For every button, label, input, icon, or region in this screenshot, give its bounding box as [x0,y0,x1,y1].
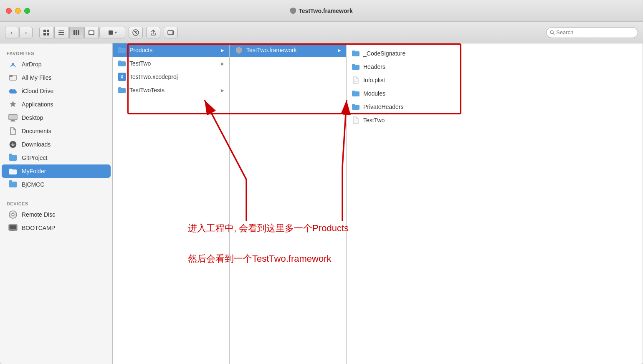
sidebar-item-airdrop[interactable]: AirDrop [2,58,111,71]
col-item-testtwo-file[interactable]: TestTwo [347,114,643,127]
plist-icon [352,76,360,84]
maximize-button[interactable] [24,8,30,14]
svg-rect-7 [73,30,75,35]
share-button[interactable] [146,27,160,38]
favorites-section-title: Favorites [0,48,112,58]
svg-line-17 [553,33,554,34]
svg-rect-0 [43,30,46,32]
forward-button[interactable]: › [19,27,33,38]
sidebar-item-downloads[interactable]: Downloads [2,138,111,151]
xcodeproj-label: TestTwo.xcodeproj [129,73,224,80]
privateheaders-label: PrivateHeaders [363,104,638,110]
col-item-xcodeproj[interactable]: X TestTwo.xcodeproj [113,70,229,83]
column-2: TestTwo.framework ▶ [230,43,347,364]
col-item-modules[interactable]: Modules [347,87,643,100]
sidebar-item-desktop[interactable]: Desktop [2,111,111,124]
svg-rect-28 [10,225,16,229]
search-input[interactable] [556,29,634,35]
desktop-icon [8,113,18,122]
col-item-testtwo[interactable]: TestTwo ▶ [113,57,229,70]
products-arrow: ▶ [221,48,224,53]
close-button[interactable] [6,8,12,14]
sidebar-item-bjcmcc[interactable]: BjCMCC [2,178,111,191]
headers-label: Headers [363,63,638,70]
svg-rect-1 [47,30,49,32]
icloud-label: iCloud Drive [22,88,53,94]
gitproject-folder-icon [8,153,18,162]
svg-rect-29 [11,230,15,231]
svg-rect-22 [11,120,15,121]
applications-label: Applications [22,101,53,108]
devices-section-title: Devices [0,198,112,208]
view-icon-button[interactable] [39,27,53,38]
search-icon [550,30,554,35]
view-column-button[interactable] [69,27,84,38]
column-1: Products ▶ TestTwo ▶ X [113,43,230,364]
modules-label: Modules [363,90,638,97]
detail-items: _CodeSignature Headers [347,43,643,130]
main-area: Favorites AirDrop [0,43,643,364]
svg-rect-15 [173,30,174,35]
myfolder-label: MyFolder [22,168,46,174]
myfolder-folder-icon [8,167,18,176]
title-bar: TestTwo.framework [0,0,643,22]
testtwo-arrow: ▶ [221,61,224,66]
sidebar-item-applications[interactable]: Applications [2,98,111,111]
sidebar-item-documents[interactable]: Documents [2,124,111,138]
sidebar-item-bootcamp[interactable]: BOOTCAMP [2,221,111,235]
svg-rect-30 [354,80,357,80]
desktop-label: Desktop [22,114,43,121]
col-item-products[interactable]: Products ▶ [113,43,229,57]
col-item-codesignature[interactable]: _CodeSignature [347,47,643,60]
testtwotests-label: TestTwoTests [129,87,218,94]
framework-label: TestTwo.framework [246,47,334,53]
sidebar-item-allmyfiles[interactable]: All My Files [2,71,111,84]
sidebar-item-myfolder[interactable]: MyFolder [2,164,111,178]
testtwo-label: TestTwo [129,60,218,67]
tag-button[interactable] [164,27,178,38]
documents-icon [8,126,18,136]
col-item-privateheaders[interactable]: PrivateHeaders [347,100,643,114]
search-box[interactable] [546,27,638,38]
svg-rect-21 [9,114,17,120]
testtwo-file-label: TestTwo [363,117,638,124]
svg-rect-5 [58,32,64,33]
documents-label: Documents [22,128,51,134]
infoplist-label: Info.plist [363,77,638,83]
col-item-headers[interactable]: Headers [347,60,643,73]
products-folder-icon [118,46,126,54]
all-my-files-icon [8,73,18,82]
svg-point-16 [550,30,553,33]
remote-disc-label: Remote Disc [22,211,55,218]
bootcamp-label: BOOTCAMP [22,225,55,231]
sidebar-item-gitproject[interactable]: GitProject [2,151,111,164]
col-item-testtwotests[interactable]: TestTwoTests ▶ [113,83,229,97]
col-item-infoplist[interactable]: Info.plist [347,73,643,87]
shield-icon [290,8,296,14]
downloads-label: Downloads [22,141,51,148]
view-list-button[interactable] [54,27,68,38]
minimize-button[interactable] [15,8,21,14]
svg-rect-14 [168,30,173,35]
downloads-icon [8,140,18,149]
modules-folder-icon [352,89,360,98]
codesignature-label: _CodeSignature [363,50,638,57]
view-dropdown-button[interactable]: ▾ [99,27,125,38]
svg-rect-9 [78,30,79,35]
window-title: TestTwo.framework [290,8,352,14]
sidebar-item-remotedisc[interactable]: Remote Disc [2,208,111,221]
toolbar: ‹ › [0,22,643,43]
headers-folder-icon [352,63,360,71]
airdrop-icon [8,60,18,69]
browser-area: Products ▶ TestTwo ▶ X [113,43,643,364]
bootcamp-icon [8,223,18,233]
sidebar-item-icloud[interactable]: iCloud Drive [2,84,111,98]
icloud-icon [8,86,18,96]
privateheaders-folder-icon [352,103,360,111]
view-cover-button[interactable] [84,27,99,38]
action-button[interactable] [129,27,143,38]
products-label: Products [129,47,218,53]
col-item-framework[interactable]: TestTwo.framework ▶ [230,43,346,57]
svg-rect-20 [10,75,13,77]
back-button[interactable]: ‹ [5,27,18,38]
